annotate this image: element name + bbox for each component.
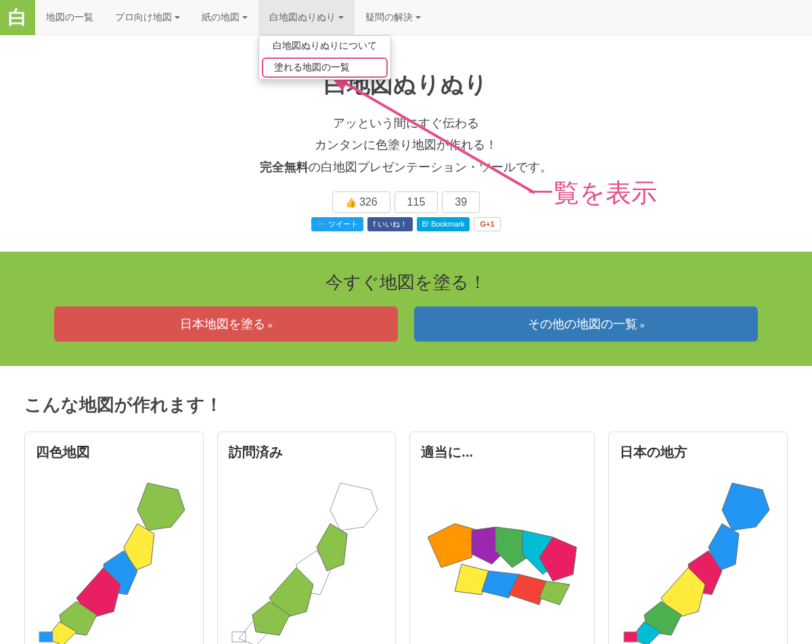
hero-free-line: 完全無料の白地図プレゼンテーション・ツールです。 <box>14 159 798 175</box>
card-title: 日本の地方 <box>620 443 776 461</box>
dropdown-about[interactable]: 白地図ぬりぬりについて <box>259 36 390 56</box>
cta-japan-button[interactable]: 日本地図を塗る» <box>54 306 398 342</box>
cta-label: 日本地図を塗る <box>180 317 265 331</box>
count-box-3[interactable]: 39 <box>442 191 480 213</box>
brand-logo[interactable]: 白 <box>0 0 35 35</box>
cta-section: 今すぐ地図を塗る！ 日本地図を塗る» その他の地図の一覧» <box>0 252 812 366</box>
card-title: 適当に... <box>421 443 583 461</box>
free-rest: の白地図プレゼンテーション・ツールです。 <box>309 160 552 174</box>
count-box-2[interactable]: 115 <box>394 191 438 213</box>
gplus-button[interactable]: G+1 <box>474 217 500 231</box>
twitter-icon: 🐦 <box>317 220 326 229</box>
nav-faq[interactable]: 疑問の解決 <box>355 0 432 34</box>
nav-map-list[interactable]: 地図の一覧 <box>35 0 104 34</box>
page-title: 白地図ぬりぬり <box>14 69 798 100</box>
card-four-color: 四色地図 四色地図» <box>24 432 204 644</box>
map-thumbnail <box>36 469 192 644</box>
caret-icon <box>175 16 180 19</box>
caret-icon <box>338 16 344 19</box>
japan-map-icon <box>36 473 191 644</box>
hatena-button[interactable]: B!Bookmark <box>417 217 470 231</box>
fb-label: いいね！ <box>378 219 407 229</box>
hatena-label: Bookmark <box>431 220 465 228</box>
cta-label: その他の地図の一覧 <box>528 317 637 331</box>
hatena-icon: B! <box>422 220 429 228</box>
nav-label: 白地図ぬりぬり <box>269 12 336 24</box>
nav-items: 地図の一覧 プロ向け地図 紙の地図 白地図ぬりぬり 白地図ぬりぬりについて 塗れ… <box>35 0 432 34</box>
nav-label: 紙の地図 <box>202 12 240 24</box>
fb-like-button[interactable]: fいいね！ <box>367 217 412 231</box>
japan-map-icon <box>621 473 776 644</box>
dropdown-map-list[interactable]: 塗れる地図の一覧 <box>262 58 388 78</box>
hero-section: 白地図ぬりぬり アッという間にすぐ伝わる カンタンに色塗り地図が作れる！ 完全無… <box>0 35 812 252</box>
hero-sub2: カンタンに色塗り地図が作れる！ <box>14 134 798 156</box>
map-thumbnail <box>229 469 385 644</box>
cta-title: 今すぐ地図を塗る！ <box>54 271 758 294</box>
card-title: 訪問済み <box>229 443 385 461</box>
chevron-icon: » <box>268 321 273 330</box>
fb-icon: f <box>373 220 375 228</box>
free-bold: 完全無料 <box>260 160 309 174</box>
nav-label: 地図の一覧 <box>46 12 93 24</box>
card-random: 適当に... 適当に...» <box>409 432 595 644</box>
chevron-icon: » <box>640 321 645 330</box>
map-thumbnail <box>620 469 776 644</box>
cta-other-button[interactable]: その他の地図の一覧» <box>414 306 758 342</box>
section-title: こんな地図が作れます！ <box>24 393 788 417</box>
cards-row: 四色地図 四色地図» 訪問済み <box>24 432 788 644</box>
nav-label: 疑問の解決 <box>365 12 413 24</box>
cta-buttons: 日本地図を塗る» その他の地図の一覧» <box>54 306 758 342</box>
examples-section: こんな地図が作れます！ 四色地図 四色地図» 訪問済み <box>0 366 812 644</box>
nav-paper-maps[interactable]: 紙の地図 <box>191 0 258 34</box>
tokyo-map-icon <box>421 503 583 618</box>
svg-rect-3 <box>624 632 637 642</box>
japan-map-icon <box>229 473 384 644</box>
caret-icon <box>242 16 248 19</box>
svg-rect-1 <box>39 632 53 642</box>
card-regions: 日本の地方 日本の地方» <box>608 432 788 644</box>
caret-icon <box>415 16 421 19</box>
social-buttons: 🐦ツイート fいいね！ B!Bookmark G+1 <box>14 217 798 231</box>
tweet-button[interactable]: 🐦ツイート <box>311 217 363 231</box>
dropdown-menu: 白地図ぬりぬりについて 塗れる地図の一覧 <box>258 35 391 80</box>
card-visited: 訪問済み 訪問済み» <box>217 432 397 644</box>
map-thumbnail <box>421 469 583 644</box>
nav-nurinuri[interactable]: 白地図ぬりぬり 白地図ぬりぬりについて 塗れる地図の一覧 <box>258 0 355 34</box>
social-counts: 👍326 115 39 <box>14 191 798 213</box>
thumbs-icon: 👍 <box>345 197 357 208</box>
hero-sub1: アッという間にすぐ伝わる <box>14 112 798 134</box>
navbar: 白 地図の一覧 プロ向け地図 紙の地図 白地図ぬりぬり 白地図ぬりぬりについて … <box>0 0 812 35</box>
like-count-box[interactable]: 👍326 <box>332 191 390 213</box>
card-title: 四色地図 <box>36 443 192 461</box>
tweet-label: ツイート <box>328 219 358 229</box>
nav-label: プロ向け地図 <box>115 12 172 24</box>
nav-pro-maps[interactable]: プロ向け地図 <box>104 0 191 34</box>
like-count: 326 <box>359 196 378 208</box>
